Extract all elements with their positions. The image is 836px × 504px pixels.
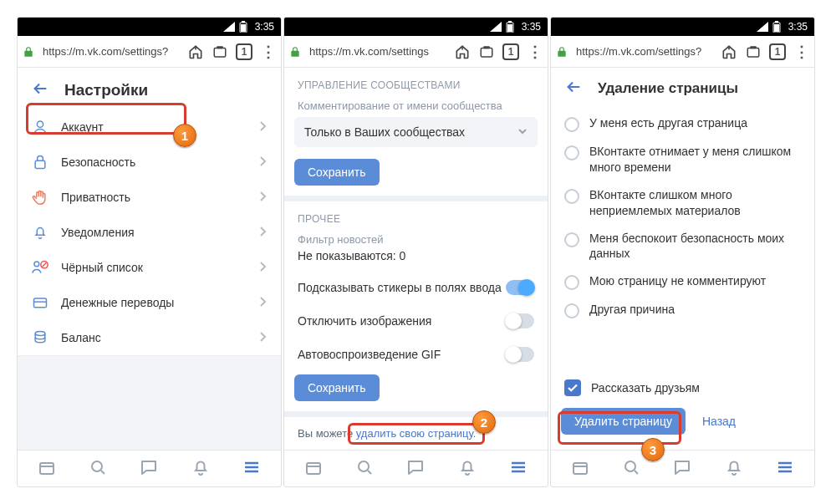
url-text[interactable]: https://m.vk.com/settings — [309, 45, 446, 58]
nav-notifications-icon[interactable] — [457, 457, 477, 481]
svg-rect-17 — [483, 46, 490, 48]
battery-icon — [239, 21, 247, 33]
bottom-nav — [551, 450, 814, 486]
reason-label: ВКонтакте слишком много неприемлемых мат… — [589, 187, 801, 219]
tab-count[interactable]: 1 — [769, 43, 786, 60]
browser-url-bar: https://m.vk.com/settings 1 ⋮ — [284, 36, 548, 68]
nav-news-icon[interactable] — [570, 457, 590, 481]
svg-rect-4 — [217, 46, 223, 48]
nav-search-icon[interactable] — [88, 457, 108, 481]
reason-label: Меня беспокоит безопасность моих данных — [589, 231, 801, 262]
chevron-right-icon — [259, 261, 268, 275]
page-header: Настройки — [18, 68, 281, 109]
nav-notifications-icon[interactable] — [724, 457, 744, 481]
reason-label: Другая причина — [589, 302, 675, 318]
svg-rect-22 — [774, 24, 779, 32]
back-arrow-icon[interactable] — [31, 79, 49, 101]
downloads-icon[interactable] — [212, 44, 227, 59]
nav-search-icon[interactable] — [621, 457, 641, 481]
settings-item-notifications[interactable]: Уведомления — [18, 215, 281, 250]
commenting-select[interactable]: Только в Ваших сообществах — [294, 117, 538, 147]
browser-url-bar: https://m.vk.com/settings? 1 ⋮ — [551, 36, 814, 68]
url-text[interactable]: https://m.vk.com/settings? — [576, 45, 712, 58]
user-icon — [31, 119, 49, 135]
svg-point-7 — [34, 262, 39, 267]
url-text[interactable]: https://m.vk.com/settings? — [43, 45, 179, 58]
svg-rect-21 — [775, 21, 778, 23]
reason-option[interactable]: Мою страницу не комментируют — [551, 267, 814, 296]
reason-option[interactable]: ВКонтакте слишком много неприемлемых мат… — [551, 181, 814, 225]
news-filter-value[interactable]: Не показываются: 0 — [284, 247, 548, 271]
menu-dots-icon[interactable]: ⋮ — [794, 44, 809, 59]
menu-dots-icon[interactable]: ⋮ — [261, 44, 276, 59]
toggle-images[interactable]: Отключить изображения — [284, 304, 548, 338]
coins-icon — [31, 329, 49, 346]
radio-icon — [564, 189, 579, 204]
nav-search-icon[interactable] — [354, 457, 375, 481]
home-icon[interactable] — [454, 43, 471, 60]
bell-icon — [31, 224, 49, 241]
select-value: Только в Ваших сообществах — [304, 125, 465, 139]
downloads-icon[interactable] — [746, 44, 761, 59]
reason-option[interactable]: Другая причина — [551, 296, 814, 324]
settings-item-privacy[interactable]: Приватность — [18, 180, 281, 215]
phone-2-settings-other: 3:35 https://m.vk.com/settings 1 ⋮ УПРАВ… — [283, 17, 548, 487]
home-icon[interactable] — [721, 43, 737, 60]
tab-count[interactable]: 1 — [502, 43, 519, 60]
page-header: Удаление страницы — [551, 68, 814, 109]
switch-icon[interactable] — [506, 347, 534, 362]
nav-messages-icon[interactable] — [672, 457, 692, 481]
nav-news-icon[interactable] — [37, 457, 57, 481]
toggle-gif[interactable]: Автовоспроизведение GIF — [284, 338, 548, 371]
nav-menu-icon[interactable] — [508, 457, 528, 481]
back-arrow-icon[interactable] — [564, 78, 583, 99]
svg-rect-1 — [242, 21, 245, 23]
browser-url-bar: https://m.vk.com/settings? 1 ⋮ — [18, 36, 281, 68]
chevron-right-icon — [259, 296, 268, 310]
signal-icon — [223, 22, 235, 32]
tell-friends-checkbox[interactable]: Рассказать друзьям — [551, 371, 814, 405]
menu-dots-icon[interactable]: ⋮ — [528, 44, 543, 59]
battery-icon — [506, 21, 514, 33]
delete-page-button[interactable]: Удалить страницу — [561, 408, 686, 435]
switch-icon[interactable] — [506, 313, 534, 328]
downloads-icon[interactable] — [479, 44, 494, 59]
toggle-stickers[interactable]: Подсказывать стикеры в полях ввода — [284, 271, 548, 304]
nav-menu-icon[interactable] — [242, 457, 262, 481]
chevron-right-icon — [259, 226, 268, 240]
svg-rect-25 — [573, 463, 587, 474]
home-icon[interactable] — [187, 43, 204, 60]
nav-messages-icon[interactable] — [139, 457, 159, 481]
settings-item-blacklist[interactable]: Чёрный список — [18, 250, 281, 285]
delete-page-link[interactable]: удалить свою страницу. — [356, 427, 477, 440]
settings-item-transfers[interactable]: Денежные переводы — [18, 285, 281, 320]
section-title: УПРАВЛЕНИЕ СООБЩЕСТВАМИ — [284, 68, 548, 98]
nav-menu-icon[interactable] — [775, 457, 795, 481]
svg-point-26 — [625, 461, 635, 471]
settings-item-account[interactable]: Аккаунт — [18, 109, 281, 145]
nav-notifications-icon[interactable] — [191, 457, 211, 481]
back-link[interactable]: Назад — [702, 415, 736, 428]
settings-item-balance[interactable]: Баланс — [18, 320, 281, 355]
padlock-icon — [31, 154, 49, 171]
status-bar: 3:35 — [284, 18, 548, 36]
reason-label: ВКонтакте отнимает у меня слишком много … — [589, 144, 801, 176]
reason-option[interactable]: Меня беспокоит безопасность моих данных — [551, 225, 814, 268]
settings-item-security[interactable]: Безопасность — [18, 145, 281, 180]
switch-icon[interactable] — [506, 280, 534, 295]
settings-item-label: Аккаунт — [61, 120, 104, 134]
save-button[interactable]: Сохранить — [294, 374, 380, 401]
svg-rect-2 — [241, 24, 246, 32]
phone-3-delete-page: 3:35 https://m.vk.com/settings? 1 ⋮ Удал… — [550, 17, 815, 487]
svg-point-19 — [359, 461, 369, 471]
nav-messages-icon[interactable] — [405, 457, 426, 481]
lock-icon — [23, 46, 34, 58]
reason-option[interactable]: У меня есть другая страница — [551, 109, 814, 138]
reason-option[interactable]: ВКонтакте отнимает у меня слишком много … — [551, 138, 814, 181]
nav-news-icon[interactable] — [303, 457, 324, 481]
svg-rect-18 — [307, 463, 320, 474]
svg-rect-15 — [507, 24, 512, 32]
news-filter-label: Фильтр новостей — [284, 232, 548, 247]
save-button[interactable]: Сохранить — [294, 159, 380, 186]
tab-count[interactable]: 1 — [236, 43, 252, 60]
